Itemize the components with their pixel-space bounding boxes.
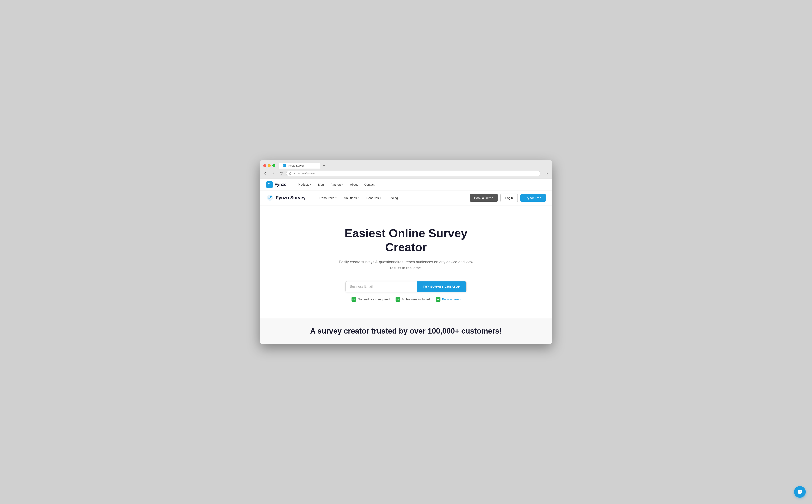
email-form: TRY SURVEY CREATOR <box>345 281 467 292</box>
login-button[interactable]: Login <box>500 194 518 202</box>
top-nav-products[interactable]: Products ▾ <box>295 181 314 188</box>
book-demo-badge: Book a demo <box>436 297 461 302</box>
main-nav-logo-text: Fynzo Survey <box>276 195 305 200</box>
minimize-button[interactable] <box>268 164 271 167</box>
main-nav-solutions-label: Solutions <box>344 196 357 200</box>
resources-chevron-icon: ▾ <box>335 197 336 199</box>
top-nav-about-label: About <box>350 183 358 186</box>
partners-chevron-icon: ▾ <box>342 183 343 186</box>
fynzo-logo[interactable]: F Fynzo <box>266 181 286 188</box>
top-nav-contact-label: Contact <box>364 183 374 186</box>
top-navigation: F Fynzo Products ▾ Blog Partners ▾ About <box>260 179 552 190</box>
hero-title: Easiest Online Survey Creator <box>322 226 490 254</box>
svg-rect-2 <box>289 173 291 174</box>
main-navigation: Fynzo Survey Resources ▾ Solutions ▾ Fea… <box>260 190 552 205</box>
book-demo-button[interactable]: Book a Demo <box>470 194 498 202</box>
all-features-badge: All features included <box>395 297 430 302</box>
fynzo-survey-logo[interactable]: Fynzo Survey <box>266 194 305 202</box>
main-nav-features-label: Features <box>366 196 378 200</box>
top-nav-products-label: Products <box>298 183 309 186</box>
solutions-chevron-icon: ▾ <box>358 197 359 199</box>
website-content: F Fynzo Products ▾ Blog Partners ▾ About <box>260 179 552 344</box>
no-credit-card-label: No credit card required <box>358 297 390 301</box>
forward-button[interactable] <box>270 170 276 176</box>
no-credit-card-check-icon <box>351 297 356 302</box>
main-nav-resources-label: Resources <box>319 196 334 200</box>
trust-title: A survey creator trusted by over 100,000… <box>268 327 544 335</box>
top-nav-items: Products ▾ Blog Partners ▾ About Contact <box>295 181 546 188</box>
svg-point-7 <box>801 491 801 492</box>
products-chevron-icon: ▾ <box>310 183 311 186</box>
all-features-label: All features included <box>402 297 430 301</box>
top-nav-partners-label: Partners <box>330 183 341 186</box>
traffic-lights <box>263 164 275 167</box>
tab-favicon: F <box>283 164 286 167</box>
browser-toolbar: ⋯ <box>260 170 552 179</box>
svg-text:F: F <box>283 165 285 167</box>
main-nav-resources[interactable]: Resources ▾ <box>316 194 340 202</box>
top-nav-contact[interactable]: Contact <box>361 181 377 188</box>
main-nav-pricing[interactable]: Pricing <box>385 194 401 202</box>
url-input[interactable] <box>293 172 538 175</box>
try-survey-creator-button[interactable]: TRY SURVEY CREATOR <box>417 281 466 292</box>
all-features-check-icon <box>395 297 400 302</box>
features-chevron-icon: ▾ <box>380 197 381 199</box>
fynzo-logo-icon: F <box>266 181 273 188</box>
svg-point-6 <box>800 491 800 492</box>
chat-icon <box>797 489 803 495</box>
browser-titlebar: F Fynzo Survey + <box>260 160 552 170</box>
browser-chrome: F Fynzo Survey + ⋯ <box>260 160 552 179</box>
fynzo-survey-logo-icon <box>266 194 274 202</box>
trust-bar: A survey creator trusted by over 100,000… <box>260 318 552 344</box>
lock-icon <box>289 172 292 175</box>
top-nav-partners[interactable]: Partners ▾ <box>327 181 346 188</box>
book-demo-check-icon <box>436 297 441 302</box>
browser-tab[interactable]: F Fynzo Survey <box>279 163 320 169</box>
hero-subtitle: Easily create surveys & questionnaires, … <box>333 259 479 271</box>
no-credit-card-badge: No credit card required <box>351 297 390 302</box>
top-nav-about[interactable]: About <box>347 181 361 188</box>
address-bar[interactable] <box>286 171 541 176</box>
tab-title: Fynzo Survey <box>288 164 304 167</box>
main-nav-solutions[interactable]: Solutions ▾ <box>341 194 362 202</box>
reload-button[interactable] <box>278 170 284 176</box>
try-free-button[interactable]: Try for Free <box>521 194 546 202</box>
browser-more-button[interactable]: ⋯ <box>543 170 550 176</box>
main-nav-features[interactable]: Features ▾ <box>363 194 384 202</box>
main-nav-items: Resources ▾ Solutions ▾ Features ▾ Prici… <box>316 194 470 202</box>
main-nav-pricing-label: Pricing <box>388 196 398 200</box>
new-tab-button[interactable]: + <box>322 164 326 168</box>
browser-window: F Fynzo Survey + ⋯ <box>260 160 552 344</box>
chat-widget[interactable] <box>794 486 806 498</box>
svg-point-5 <box>799 491 799 492</box>
hero-section: Easiest Online Survey Creator Easily cre… <box>260 205 552 318</box>
book-demo-link[interactable]: Book a demo <box>442 297 461 301</box>
email-input[interactable] <box>346 281 417 292</box>
back-button[interactable] <box>262 170 268 176</box>
svg-text:F: F <box>267 183 270 186</box>
feature-badges: No credit card required All features inc… <box>351 297 461 302</box>
main-nav-actions: Book a Demo Login Try for Free <box>470 194 546 202</box>
top-nav-blog-label: Blog <box>318 183 324 186</box>
fynzo-logo-text: Fynzo <box>274 182 286 187</box>
top-nav-blog[interactable]: Blog <box>315 181 327 188</box>
close-button[interactable] <box>263 164 266 167</box>
maximize-button[interactable] <box>272 164 275 167</box>
